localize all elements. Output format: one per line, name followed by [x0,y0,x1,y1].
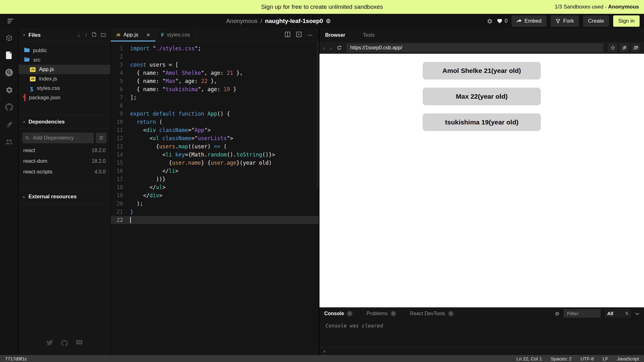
code-line-3[interactable]: 3const users = [ [111,61,319,69]
new-folder-icon[interactable] [101,32,106,38]
files-icon[interactable] [4,51,14,60]
sign-in-button[interactable]: Sign in [613,15,640,27]
new-file-icon[interactable] [92,32,96,38]
code-area[interactable]: 1import "./styles.css";23const users = [… [111,42,319,355]
duplicate-window-icon[interactable] [620,43,629,52]
file-styles-css[interactable]: ʒstyles.css [19,84,110,93]
close-icon[interactable]: × [147,31,150,38]
console-tab-problems[interactable]: Problems0 [366,311,396,316]
code-line-2[interactable]: 2 [111,52,319,61]
code-line-7[interactable]: 7]; [111,93,319,101]
code-line-10[interactable]: 10 return ( [111,118,319,126]
file-src[interactable]: src [19,55,110,65]
responsive-mode-icon[interactable] [608,43,617,52]
code-line-22[interactable]: 22 [111,216,319,224]
tab-tests[interactable]: Tests [363,32,375,38]
code-line-15[interactable]: 15 {user.name} {user.age}(year old) [111,159,319,167]
code-token: { [130,159,172,167]
console-tab-count: 0 [391,311,396,316]
search-icon[interactable] [4,68,14,77]
file-package-json[interactable]: package.json [19,93,110,102]
more-options-icon[interactable]: ⋯ [308,32,313,38]
tab-app-js[interactable]: JS App.js × [111,28,156,41]
embed-button[interactable]: Embed [512,15,547,27]
npm-file-icon [24,94,25,101]
code-token: (). [227,151,236,159]
dependency-menu-button[interactable]: ☰ [96,133,107,143]
log-level-select[interactable]: All ⇅ [605,309,631,318]
code-line-13[interactable]: 13 {users.map((user) => ( [111,142,319,151]
code-line-12[interactable]: 12 <ul className="userLists"> [111,134,319,142]
open-in-new-window-icon[interactable] [631,43,640,52]
console-input-row[interactable]: › [319,347,644,355]
dependency-react[interactable]: react18.2.0 [19,145,110,156]
create-button[interactable]: Create [583,15,609,27]
code-token: 19 [224,85,230,93]
github-icon[interactable] [4,102,14,112]
file-index-js[interactable]: JSindex.js [19,74,110,84]
js-icon: JS [30,77,36,81]
forward-icon[interactable]: › [330,45,332,51]
code-token: . [175,142,178,151]
code-line-19[interactable]: 19 </div> [111,191,319,200]
tab-browser[interactable]: Browser [325,32,345,38]
menu-icon[interactable] [8,19,13,23]
code-token: < [130,126,146,134]
console-tab-console[interactable]: Console0 [324,311,353,316]
file-app-js[interactable]: JSApp.js [19,65,110,74]
console-filter-box[interactable] [564,309,601,318]
code-line-17[interactable]: 17 ))} [111,175,319,183]
add-dependency-input[interactable] [32,134,91,141]
console-tab-count: 0 [448,311,454,316]
discord-icon[interactable] [76,340,83,348]
download-icon[interactable]: ↓ [77,32,80,38]
line-number: 14 [111,151,130,159]
code-line-5[interactable]: 5 { name: "Max", age: 22 }, [111,77,319,85]
upload-icon[interactable]: ↑ [85,32,88,38]
project-title[interactable]: naughty-leaf-1soep0 [265,18,323,25]
code-line-21[interactable]: 21} [111,208,319,216]
code-token: ", age: [201,69,227,77]
status-bar: 7717d9f1c Ln 22, Col 1 Spaces: 2 UTF-8 L… [0,355,644,362]
settings-gear-icon[interactable] [487,18,493,24]
code-line-14[interactable]: 14 <li key={Math.random().toString()}> [111,151,319,159]
console-tab-react-devtools[interactable]: React DevTools0 [410,311,454,316]
sandbox-cube-icon[interactable] [4,33,14,43]
code-token: ()}> [262,151,275,159]
live-users-icon[interactable] [4,137,14,146]
deploy-rocket-icon[interactable] [4,120,14,129]
twitter-icon[interactable] [46,340,53,348]
dependencies-section-header[interactable]: ▾ Dependencies [19,115,110,129]
code-line-11[interactable]: 11 <div className="App"> [111,126,319,134]
split-view-icon[interactable] [285,32,290,38]
code-line-16[interactable]: 16 </li> [111,167,319,175]
code-line-6[interactable]: 6 { name: "tsukishima", age: 19 } [111,85,319,93]
url-bar[interactable]: https://1soep0.csb.app/ [347,43,603,52]
like-button[interactable]: 0 [497,18,508,24]
banner-message[interactable]: Sign up for free to create unlimited san… [261,3,383,10]
code-line-4[interactable]: 4 { name: "Amol Shelke", age: 21 }, [111,69,319,77]
console-filter-input[interactable] [566,310,598,316]
code-line-9[interactable]: 9export default function App() { [111,110,319,118]
clear-console-icon[interactable]: ⊘ [555,310,559,317]
line-number: 21 [111,208,130,216]
line-number: 22 [111,216,130,224]
external-resources-header[interactable]: ▸ External resources [19,190,110,204]
code-line-18[interactable]: 18 </ul> [111,183,319,191]
refresh-icon[interactable] [337,45,342,50]
dependency-react-dom[interactable]: react-dom18.2.0 [19,156,110,167]
code-line-8[interactable]: 8 [111,101,319,110]
tab-styles-css[interactable]: # styles.css [156,28,196,41]
file-public[interactable]: public [19,46,110,55]
back-icon[interactable]: ‹ [323,45,325,51]
code-line-1[interactable]: 1import "./styles.css"; [111,44,319,52]
preview-toggle-icon[interactable] [296,32,302,38]
fork-button[interactable]: Fork [551,15,579,27]
dependency-react-scripts[interactable]: react-scripts4.0.0 [19,167,110,177]
github-icon[interactable] [61,340,68,348]
collapse-console-icon[interactable] [635,311,639,316]
add-dependency-box[interactable] [22,133,94,143]
code-line-20[interactable]: 20 ); [111,200,319,208]
settings-gear-icon[interactable] [4,85,14,95]
files-section-header[interactable]: ▾ Files ↓ ↑ [19,28,110,42]
